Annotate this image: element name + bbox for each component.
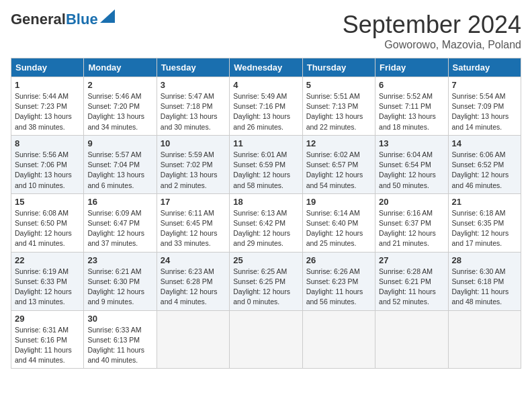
calendar-day-cell: 29Sunrise: 6:31 AM Sunset: 6:16 PM Dayli…	[11, 310, 84, 369]
calendar-day-cell: 2Sunrise: 5:46 AM Sunset: 7:20 PM Daylig…	[84, 77, 157, 136]
day-info: Sunrise: 5:54 AM Sunset: 7:09 PM Dayligh…	[452, 91, 517, 132]
calendar-day-cell: 12Sunrise: 6:02 AM Sunset: 6:57 PM Dayli…	[302, 135, 375, 193]
day-number: 27	[379, 255, 444, 265]
calendar-day-cell	[448, 310, 521, 369]
weekday-header-wednesday: Wednesday	[230, 58, 302, 77]
calendar-day-cell	[302, 310, 375, 369]
calendar-day-cell: 26Sunrise: 6:26 AM Sunset: 6:23 PM Dayli…	[302, 252, 375, 310]
month-year: September 2024	[343, 11, 521, 39]
weekday-header-tuesday: Tuesday	[157, 58, 229, 77]
calendar-day-cell: 7Sunrise: 5:54 AM Sunset: 7:09 PM Daylig…	[448, 77, 521, 136]
day-number: 7	[452, 80, 517, 90]
day-info: Sunrise: 5:59 AM Sunset: 7:02 PM Dayligh…	[161, 150, 226, 191]
day-info: Sunrise: 5:52 AM Sunset: 7:11 PM Dayligh…	[379, 91, 444, 132]
day-number: 12	[306, 138, 371, 148]
location: Goworowo, Mazovia, Poland	[343, 39, 521, 51]
calendar-table: SundayMondayTuesdayWednesdayThursdayFrid…	[11, 58, 521, 369]
day-info: Sunrise: 5:56 AM Sunset: 7:06 PM Dayligh…	[15, 150, 80, 191]
calendar-day-cell: 19Sunrise: 6:14 AM Sunset: 6:40 PM Dayli…	[302, 193, 375, 252]
calendar-week-row: 15Sunrise: 6:08 AM Sunset: 6:50 PM Dayli…	[11, 193, 521, 252]
day-number: 17	[161, 197, 226, 207]
day-number: 15	[15, 197, 80, 207]
calendar-day-cell: 11Sunrise: 6:01 AM Sunset: 6:59 PM Dayli…	[230, 135, 302, 193]
day-info: Sunrise: 6:13 AM Sunset: 6:42 PM Dayligh…	[233, 208, 298, 249]
day-info: Sunrise: 6:18 AM Sunset: 6:35 PM Dayligh…	[452, 208, 517, 249]
calendar-day-cell: 16Sunrise: 6:09 AM Sunset: 6:47 PM Dayli…	[84, 193, 157, 252]
calendar-day-cell: 8Sunrise: 5:56 AM Sunset: 7:06 PM Daylig…	[11, 135, 84, 193]
day-info: Sunrise: 6:19 AM Sunset: 6:33 PM Dayligh…	[15, 267, 80, 308]
calendar-day-cell: 13Sunrise: 6:04 AM Sunset: 6:54 PM Dayli…	[375, 135, 448, 193]
day-number: 30	[87, 314, 152, 324]
calendar-day-cell: 21Sunrise: 6:18 AM Sunset: 6:35 PM Dayli…	[448, 193, 521, 252]
calendar-day-cell: 3Sunrise: 5:47 AM Sunset: 7:18 PM Daylig…	[157, 77, 229, 136]
day-number: 20	[379, 197, 444, 207]
day-number: 3	[161, 80, 226, 90]
logo-blue: Blue	[66, 11, 98, 28]
weekday-header-saturday: Saturday	[448, 58, 521, 77]
calendar-day-cell	[230, 310, 302, 369]
day-info: Sunrise: 5:46 AM Sunset: 7:20 PM Dayligh…	[87, 91, 152, 132]
day-number: 10	[161, 138, 226, 148]
day-number: 29	[15, 314, 80, 324]
day-number: 9	[87, 138, 152, 148]
weekday-header-friday: Friday	[375, 58, 448, 77]
day-info: Sunrise: 5:51 AM Sunset: 7:13 PM Dayligh…	[306, 91, 371, 132]
calendar-week-row: 1Sunrise: 5:44 AM Sunset: 7:23 PM Daylig…	[11, 77, 521, 136]
weekday-header-sunday: Sunday	[11, 58, 84, 77]
calendar-day-cell: 22Sunrise: 6:19 AM Sunset: 6:33 PM Dayli…	[11, 252, 84, 310]
page-header: General Blue September 2024 Goworowo, Ma…	[11, 11, 521, 51]
calendar-day-cell: 17Sunrise: 6:11 AM Sunset: 6:45 PM Dayli…	[157, 193, 229, 252]
day-number: 5	[306, 80, 371, 90]
calendar-day-cell	[157, 310, 229, 369]
day-info: Sunrise: 6:11 AM Sunset: 6:45 PM Dayligh…	[161, 208, 226, 249]
calendar-day-cell: 4Sunrise: 5:49 AM Sunset: 7:16 PM Daylig…	[230, 77, 302, 136]
day-number: 16	[87, 197, 152, 207]
day-number: 1	[15, 80, 80, 90]
calendar-day-cell: 27Sunrise: 6:28 AM Sunset: 6:21 PM Dayli…	[375, 252, 448, 310]
logo-text: General Blue	[11, 11, 115, 28]
calendar-body: 1Sunrise: 5:44 AM Sunset: 7:23 PM Daylig…	[11, 77, 521, 369]
day-info: Sunrise: 6:23 AM Sunset: 6:28 PM Dayligh…	[161, 267, 226, 308]
day-number: 6	[379, 80, 444, 90]
day-info: Sunrise: 6:08 AM Sunset: 6:50 PM Dayligh…	[15, 208, 80, 249]
calendar-day-cell	[375, 310, 448, 369]
calendar-day-cell: 15Sunrise: 6:08 AM Sunset: 6:50 PM Dayli…	[11, 193, 84, 252]
day-number: 19	[306, 197, 371, 207]
calendar-day-cell: 1Sunrise: 5:44 AM Sunset: 7:23 PM Daylig…	[11, 77, 84, 136]
day-info: Sunrise: 6:16 AM Sunset: 6:37 PM Dayligh…	[379, 208, 444, 249]
calendar-day-cell: 6Sunrise: 5:52 AM Sunset: 7:11 PM Daylig…	[375, 77, 448, 136]
weekday-header-monday: Monday	[84, 58, 157, 77]
day-number: 26	[306, 255, 371, 265]
weekday-header-thursday: Thursday	[302, 58, 375, 77]
day-info: Sunrise: 6:25 AM Sunset: 6:25 PM Dayligh…	[233, 267, 298, 308]
day-number: 13	[379, 138, 444, 148]
calendar-day-cell: 14Sunrise: 6:06 AM Sunset: 6:52 PM Dayli…	[448, 135, 521, 193]
logo-icon	[100, 9, 115, 23]
day-info: Sunrise: 6:21 AM Sunset: 6:30 PM Dayligh…	[87, 267, 152, 308]
day-info: Sunrise: 5:49 AM Sunset: 7:16 PM Dayligh…	[233, 91, 298, 132]
day-number: 8	[15, 138, 80, 148]
day-info: Sunrise: 6:26 AM Sunset: 6:23 PM Dayligh…	[306, 267, 371, 308]
title-block: September 2024 Goworowo, Mazovia, Poland	[343, 11, 521, 51]
day-info: Sunrise: 6:04 AM Sunset: 6:54 PM Dayligh…	[379, 150, 444, 191]
day-number: 18	[233, 197, 298, 207]
day-number: 14	[452, 138, 517, 148]
calendar-day-cell: 24Sunrise: 6:23 AM Sunset: 6:28 PM Dayli…	[157, 252, 229, 310]
day-number: 4	[233, 80, 298, 90]
day-info: Sunrise: 6:01 AM Sunset: 6:59 PM Dayligh…	[233, 150, 298, 191]
day-info: Sunrise: 6:28 AM Sunset: 6:21 PM Dayligh…	[379, 267, 444, 308]
day-info: Sunrise: 5:44 AM Sunset: 7:23 PM Dayligh…	[15, 91, 80, 132]
day-number: 21	[452, 197, 517, 207]
calendar-day-cell: 23Sunrise: 6:21 AM Sunset: 6:30 PM Dayli…	[84, 252, 157, 310]
day-info: Sunrise: 6:06 AM Sunset: 6:52 PM Dayligh…	[452, 150, 517, 191]
day-info: Sunrise: 6:14 AM Sunset: 6:40 PM Dayligh…	[306, 208, 371, 249]
day-number: 24	[161, 255, 226, 265]
calendar-day-cell: 5Sunrise: 5:51 AM Sunset: 7:13 PM Daylig…	[302, 77, 375, 136]
day-info: Sunrise: 5:57 AM Sunset: 7:04 PM Dayligh…	[87, 150, 152, 191]
day-number: 23	[87, 255, 152, 265]
calendar-day-cell: 9Sunrise: 5:57 AM Sunset: 7:04 PM Daylig…	[84, 135, 157, 193]
day-number: 2	[87, 80, 152, 90]
logo: General Blue	[11, 11, 115, 28]
calendar-week-row: 22Sunrise: 6:19 AM Sunset: 6:33 PM Dayli…	[11, 252, 521, 310]
calendar-day-cell: 25Sunrise: 6:25 AM Sunset: 6:25 PM Dayli…	[230, 252, 302, 310]
